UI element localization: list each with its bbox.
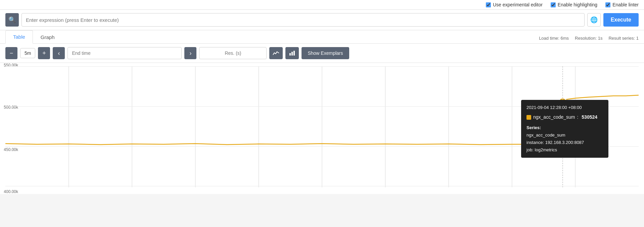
enable-linter-input[interactable] [605,2,610,7]
tab-table[interactable]: Table [5,30,33,44]
search-icon: 🔍 [8,16,16,24]
enable-highlighting-checkbox[interactable]: Enable highlighting [551,2,597,7]
tooltip-metric-name: ngx_acc_code_sum [533,113,575,121]
tab-graph[interactable]: Graph [33,30,62,43]
resolution-input[interactable] [199,47,267,59]
tooltip-color-swatch [526,115,531,120]
duration-plus-button[interactable]: + [38,47,50,59]
meta-info: Load time: 6ms Resolution: 1s Result ser… [539,36,639,43]
tooltip-metric-value: 530524 [582,113,597,121]
view-tabs: Table Graph [5,30,62,43]
controls-row: − 5m + ‹ › Show Exemplars [0,44,644,63]
tooltip-series-label: Series: [526,124,603,131]
enable-linter-label: Enable linter [612,2,639,7]
svg-rect-0 [289,53,291,55]
top-bar: Use experimental editor Enable highlight… [0,0,644,10]
time-prev-button[interactable]: ‹ [53,47,65,59]
tooltip-metric: ngx_acc_code_sum: 530524 [526,113,603,121]
svg-rect-2 [293,51,295,55]
tooltip-job: job: log2metrics [526,146,603,154]
show-exemplars-button[interactable]: Show Exemplars [302,47,349,59]
time-next-button[interactable]: › [184,47,196,59]
chart-canvas: 2021-09-04 12:28:00 +08:00 ngx_acc_code_… [5,66,639,187]
enable-highlighting-input[interactable] [551,2,556,7]
use-experimental-editor-label: Use experimental editor [493,2,543,7]
svg-rect-1 [291,52,293,55]
result-series: Result series: 1 [608,36,639,41]
use-experimental-editor-checkbox[interactable]: Use experimental editor [486,2,543,7]
globe-button[interactable]: 🌐 [587,13,601,27]
duration-minus-button[interactable]: − [5,47,17,59]
chart-area: 550.00k 500.00k 450.00k 400.00k [0,63,644,194]
tooltip-series-name: ngx_acc_code_sum [526,131,603,139]
tabs-row: Table Graph Load time: 6ms Resolution: 1… [0,30,644,44]
chart-stacked-icon [289,50,295,56]
chart-line-button[interactable] [269,47,283,59]
enable-linter-checkbox[interactable]: Enable linter [605,2,639,7]
query-input[interactable]: ngx_acc_code_sum [21,13,585,27]
chart-with-labels: 550.00k 500.00k 450.00k 400.00k [5,66,639,187]
globe-icon: 🌐 [590,16,598,24]
use-experimental-editor-input[interactable] [486,2,491,7]
chart-line-icon [273,50,279,56]
search-icon-button[interactable]: 🔍 [5,13,19,27]
duration-display: 5m [20,48,35,58]
load-time: Load time: 6ms [539,36,569,41]
resolution: Resolution: 1s [575,36,602,41]
tooltip-timestamp: 2021-09-04 12:28:00 +08:00 [526,104,603,111]
y-label-bottom: 400.00k [0,189,18,194]
enable-highlighting-label: Enable highlighting [558,2,597,7]
chart-stacked-button[interactable] [285,47,299,59]
chart-tooltip: 2021-09-04 12:28:00 +08:00 ngx_acc_code_… [521,100,608,158]
tooltip-instance: instance: 192.168.3.200:8087 [526,139,603,146]
execute-button[interactable]: Execute [603,13,639,27]
search-bar: 🔍 ngx_acc_code_sum 🌐 Execute [0,10,644,30]
end-time-input[interactable] [67,47,182,59]
